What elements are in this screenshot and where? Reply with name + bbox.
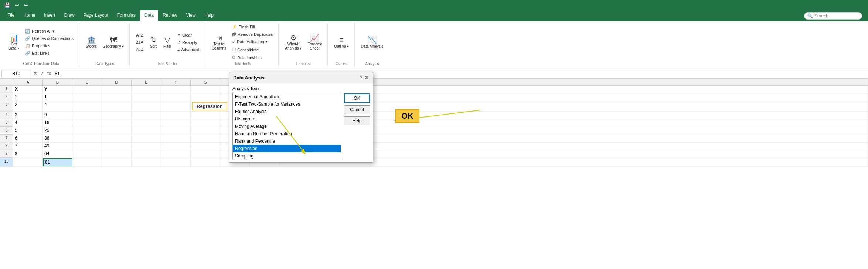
cell-f7[interactable] [161, 135, 191, 142]
consolidate-button[interactable]: ❒ Consolidate [229, 46, 275, 53]
flash-fill-button[interactable]: ⚡ Flash Fill [229, 23, 275, 30]
cell-d2[interactable] [102, 93, 132, 101]
list-item[interactable]: Fourier Analysis [233, 108, 341, 115]
cancel-formula-icon[interactable]: ✕ [33, 70, 38, 77]
what-if-analysis-button[interactable]: ⚙ What-IfAnalysis ▾ [282, 33, 304, 51]
forecast-sheet-button[interactable]: 📈 ForecastSheet [305, 33, 324, 51]
undo-qat-btn[interactable]: ↩ [14, 1, 20, 9]
tab-data[interactable]: Data [140, 10, 158, 21]
cell-c7[interactable] [72, 135, 102, 142]
cell-b8[interactable]: 49 [43, 143, 72, 150]
cell-d5[interactable] [102, 119, 132, 127]
reapply-button[interactable]: ↺ Reapply [175, 39, 202, 46]
cell-d1[interactable] [102, 86, 132, 93]
refresh-all-button[interactable]: 🔄 Refresh All ▾ [23, 28, 76, 35]
cell-e4[interactable] [132, 112, 161, 119]
cell-f10[interactable] [161, 158, 191, 166]
save-qat-btn[interactable]: 💾 [3, 1, 11, 9]
tab-insert[interactable]: Insert [40, 10, 59, 21]
cell-a9[interactable]: 8 [13, 150, 43, 158]
cell-e10[interactable] [132, 158, 161, 166]
cell-f3[interactable] [161, 101, 191, 111]
cell-c9[interactable] [72, 150, 102, 158]
cell-e3[interactable] [132, 101, 161, 111]
geography-button[interactable]: 🗺 Geography ▾ [100, 35, 126, 50]
tab-file[interactable]: File [3, 10, 19, 21]
sort-za-button[interactable]: Z↓A [133, 39, 146, 45]
filter-button[interactable]: ▽ Filter [161, 35, 174, 50]
cell-f4[interactable] [161, 112, 191, 119]
redo-qat-btn[interactable]: ↪ [23, 1, 29, 9]
cell-a5[interactable]: 4 [13, 119, 43, 127]
cell-b10[interactable]: 81 [43, 158, 72, 166]
cell-a3[interactable]: 2 [13, 101, 43, 111]
cell-g4[interactable] [191, 112, 220, 119]
cell-c5[interactable] [72, 119, 102, 127]
cell-a8[interactable]: 7 [13, 143, 43, 150]
cell-a2[interactable]: 1 [13, 93, 43, 101]
advanced-button[interactable]: ≡ Advanced [175, 46, 202, 53]
cell-f9[interactable] [161, 150, 191, 158]
name-box[interactable] [1, 70, 31, 77]
cell-c8[interactable] [72, 143, 102, 150]
cell-g2[interactable] [191, 93, 220, 101]
sort-az-button[interactable]: A↑Z [133, 32, 146, 38]
cell-e8[interactable] [132, 143, 161, 150]
cell-e6[interactable] [132, 127, 161, 134]
cell-c6[interactable] [72, 127, 102, 134]
clear-button[interactable]: ✕ Clear [175, 31, 202, 38]
list-item[interactable]: F-Test Two-Sample for Variances [233, 101, 341, 108]
cell-d4[interactable] [102, 112, 132, 119]
cell-g9[interactable] [191, 150, 220, 158]
edit-links-button[interactable]: 🔗 Edit Links [23, 50, 76, 57]
cell-f2[interactable] [161, 93, 191, 101]
sort-button[interactable]: ⇅ Sort [147, 35, 160, 50]
cell-b6[interactable]: 25 [43, 127, 72, 134]
cell-c4[interactable] [72, 112, 102, 119]
properties-button[interactable]: 📋 Properties [23, 42, 76, 50]
cell-g3[interactable]: Regression [191, 101, 220, 111]
cell-c10[interactable] [72, 158, 102, 166]
cell-e9[interactable] [132, 150, 161, 158]
cell-e5[interactable] [132, 119, 161, 127]
tab-help[interactable]: Help [200, 10, 218, 21]
cell-g10[interactable] [191, 158, 220, 166]
cell-e1[interactable] [132, 86, 161, 93]
list-item[interactable]: Rank and Percentile [233, 137, 341, 145]
cell-d8[interactable] [102, 143, 132, 150]
list-item[interactable]: Sampling [233, 152, 341, 159]
text-to-columns-button[interactable]: ⇥ Text toColumns [209, 33, 228, 51]
cell-b5[interactable]: 16 [43, 119, 72, 127]
dialog-help-icon[interactable]: ? [360, 75, 362, 81]
dialog-help-button[interactable]: Help [344, 116, 370, 125]
dialog-ok-button[interactable]: OK [344, 93, 370, 103]
list-item[interactable]: Exponential Smoothing [233, 93, 341, 101]
list-item[interactable]: Random Number Generation [233, 130, 341, 137]
list-item[interactable]: Histogram [233, 115, 341, 123]
cell-e2[interactable] [132, 93, 161, 101]
cell-f8[interactable] [161, 143, 191, 150]
stocks-button[interactable]: 🏦 Stocks [83, 35, 99, 50]
cell-b4[interactable]: 9 [43, 112, 72, 119]
list-item[interactable]: Moving Average [233, 123, 341, 130]
cell-b9[interactable]: 64 [43, 150, 72, 158]
cell-g5[interactable] [191, 119, 220, 127]
cell-d10[interactable] [102, 158, 132, 166]
data-analysis-button[interactable]: 📉 Data Analysis [358, 35, 386, 50]
cell-f5[interactable] [161, 119, 191, 127]
cell-a10[interactable] [13, 158, 43, 166]
analysis-tools-list[interactable]: Exponential Smoothing F-Test Two-Sample … [232, 93, 341, 159]
cell-g1[interactable] [191, 86, 220, 93]
cell-f1[interactable] [161, 86, 191, 93]
cell-b1[interactable]: Y [43, 86, 72, 93]
cell-c1[interactable] [72, 86, 102, 93]
cell-b3[interactable]: 4 [43, 101, 72, 111]
queries-connections-button[interactable]: 🔗 Queries & Connections [23, 35, 76, 42]
cell-d3[interactable] [102, 101, 132, 111]
get-data-button[interactable]: 📊 GetData ▾ [6, 33, 22, 51]
cell-e7[interactable] [132, 135, 161, 142]
cell-g8[interactable] [191, 143, 220, 150]
tab-page-layout[interactable]: Page Layout [79, 10, 112, 21]
relationships-button[interactable]: ⬡ Relationships [229, 54, 275, 61]
cell-b2[interactable]: 1 [43, 93, 72, 101]
